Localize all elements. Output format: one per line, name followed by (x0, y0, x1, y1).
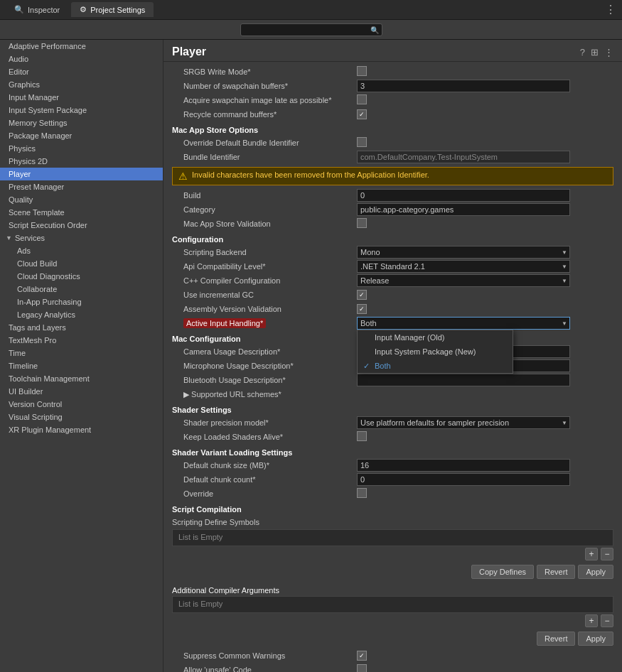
sidebar-item-script-execution[interactable]: Script Execution Order (0, 219, 163, 232)
sidebar-item-input-manager[interactable]: Input Manager (0, 91, 163, 104)
help-icon[interactable]: ? (580, 47, 585, 58)
sidebar-item-adaptive-performance[interactable]: Adaptive Performance (0, 40, 163, 53)
sidebar-item-editor[interactable]: Editor (0, 65, 163, 78)
active-input-highlight: Active Input Handling* (183, 318, 266, 328)
remove-define-button[interactable]: − (601, 548, 613, 560)
build-input[interactable] (357, 189, 570, 202)
override-bundle-id-value (357, 137, 613, 148)
sidebar-item-toolchain[interactable]: Toolchain Management (0, 372, 163, 385)
sidebar-item-memory[interactable]: Memory Settings (0, 116, 163, 129)
srgb-write-mode-label: SRGB Write Mode* (172, 67, 357, 76)
sidebar-item-scene-template[interactable]: Scene Template (0, 206, 163, 219)
srgb-checkbox[interactable] (357, 66, 367, 76)
srgb-write-mode-row: SRGB Write Mode* (172, 65, 613, 79)
sidebar-item-graphics[interactable]: Graphics (0, 78, 163, 91)
sidebar-item-services[interactable]: ▼ Services (0, 232, 163, 244)
shader-precision-dropdown[interactable]: Use platform defaults for sampler precis… (357, 416, 570, 429)
sidebar-item-quality[interactable]: Quality (0, 193, 163, 206)
swapchain-buffers-input[interactable] (357, 80, 570, 92)
acquire-swapchain-label: Acquire swapchain image late as possible… (172, 96, 357, 104)
sidebar-item-preset-manager[interactable]: Preset Manager (0, 180, 163, 193)
sidebar-item-cloud-build[interactable]: Cloud Build (0, 257, 163, 270)
override-bundle-checkbox[interactable] (357, 137, 367, 147)
sidebar-item-physics-2d[interactable]: Physics 2D (0, 155, 163, 168)
add-define-button[interactable]: + (585, 548, 598, 560)
revert-button-1[interactable]: Revert (537, 565, 575, 579)
sidebar-item-xr-plugin[interactable]: XR Plugin Management (0, 423, 163, 436)
sidebar-item-physics[interactable]: Physics (0, 142, 163, 155)
bluetooth-usage-input[interactable] (357, 374, 570, 386)
override-value (357, 488, 613, 499)
tab-inspector[interactable]: 🔍 Inspector (6, 2, 68, 17)
sidebar-item-package-manager[interactable]: Package Manager (0, 129, 163, 142)
active-input-dropdown[interactable]: Both (357, 317, 570, 330)
active-input-label: Active Input Handling* (172, 319, 357, 327)
override-bundle-id-row: Override Default Bundle Identifier (172, 136, 613, 150)
search-input[interactable] (240, 23, 382, 36)
api-compat-value: .NET Standard 2.1 (357, 260, 613, 273)
assembly-validation-checkbox[interactable] (357, 304, 367, 314)
mac-validation-checkbox[interactable] (357, 218, 367, 228)
tab-project-settings[interactable]: ⚙ Project Settings (71, 2, 154, 17)
chunk-count-input[interactable] (357, 473, 570, 486)
allow-unsafe-checkbox[interactable] (357, 664, 367, 672)
apply-button-1[interactable]: Apply (578, 565, 613, 579)
keep-shaders-checkbox[interactable] (357, 431, 367, 441)
recycle-buffers-value (357, 109, 613, 119)
chunk-size-input[interactable] (357, 459, 570, 472)
bundle-id-label: Bundle Identifier (172, 153, 357, 161)
sidebar-item-collaborate[interactable]: Collaborate (0, 283, 163, 296)
suppress-warnings-value (357, 651, 613, 661)
action-bar-1: Copy Defines Revert Apply (172, 562, 613, 582)
sidebar-item-in-app-purchasing[interactable]: In-App Purchasing (0, 296, 163, 308)
supported-url-label[interactable]: ▶ Supported URL schemes* (172, 390, 357, 399)
recycle-checkbox[interactable] (357, 109, 367, 119)
api-compat-label: Api Compatibility Level* (172, 262, 357, 271)
copy-defines-button[interactable]: Copy Defines (471, 565, 534, 579)
remove-compiler-arg-button[interactable]: − (601, 614, 613, 627)
sidebar-item-legacy-analytics[interactable]: Legacy Analytics (0, 308, 163, 321)
override-checkbox[interactable] (357, 488, 367, 498)
layout-icon[interactable]: ⊞ (591, 47, 599, 58)
dropdown-option-both[interactable]: Both (358, 359, 513, 373)
sidebar-item-timeline[interactable]: Timeline (0, 359, 163, 372)
cpp-compiler-dropdown[interactable]: Release (357, 274, 570, 287)
sidebar-item-tags-and-layers[interactable]: Tags and Layers (0, 321, 163, 334)
sidebar-item-input-system[interactable]: Input System Package (0, 104, 163, 116)
api-compat-dropdown[interactable]: .NET Standard 2.1 (357, 260, 570, 273)
dropdown-option-input-manager[interactable]: Input Manager (Old) (358, 330, 513, 345)
sidebar-item-visual-scripting[interactable]: Visual Scripting (0, 411, 163, 423)
apply-button-2[interactable]: Apply (578, 632, 613, 646)
warning-text: Invalid characters have been removed fro… (192, 170, 429, 179)
bluetooth-usage-label: Bluetooth Usage Description* (172, 376, 357, 384)
sidebar-item-audio[interactable]: Audio (0, 53, 163, 65)
allow-unsafe-value (357, 664, 613, 672)
category-value (357, 203, 613, 216)
acquire-checkbox[interactable] (357, 94, 367, 104)
sidebar-item-textmesh-pro[interactable]: TextMesh Pro (0, 334, 163, 347)
add-compiler-arg-button[interactable]: + (585, 614, 598, 627)
sidebar-item-ads[interactable]: Ads (0, 244, 163, 257)
suppress-warnings-checkbox[interactable] (357, 651, 367, 661)
more-icon[interactable]: ⋮ (604, 47, 613, 58)
compiler-args-list: List is Empty (172, 596, 613, 613)
sidebar-item-ui-builder[interactable]: UI Builder (0, 385, 163, 398)
incremental-gc-checkbox[interactable] (357, 290, 367, 300)
scripting-backend-dropdown[interactable]: Mono (357, 246, 570, 259)
override-bundle-id-label: Override Default Bundle Identifier (172, 139, 357, 147)
keep-shaders-label: Keep Loaded Shaders Alive* (172, 433, 357, 441)
bundle-id-input[interactable] (357, 151, 570, 163)
dropdown-option-input-system[interactable]: Input System Package (New) (358, 345, 513, 359)
category-input[interactable] (357, 203, 570, 216)
revert-button-2[interactable]: Revert (537, 632, 575, 646)
sidebar-item-player[interactable]: Player (0, 168, 163, 180)
sidebar-item-version-control[interactable]: Version Control (0, 398, 163, 411)
sidebar-item-cloud-diagnostics[interactable]: Cloud Diagnostics (0, 270, 163, 283)
build-label: Build (172, 191, 357, 200)
cpp-compiler-row: C++ Compiler Configuration Release (172, 273, 613, 288)
services-arrow-icon: ▼ (6, 234, 12, 242)
scripting-backend-row: Scripting Backend Mono (172, 245, 613, 259)
title-bar-menu[interactable]: ⋮ (605, 3, 616, 16)
sidebar-item-time[interactable]: Time (0, 347, 163, 359)
incremental-gc-row: Use incremental GC (172, 288, 613, 302)
